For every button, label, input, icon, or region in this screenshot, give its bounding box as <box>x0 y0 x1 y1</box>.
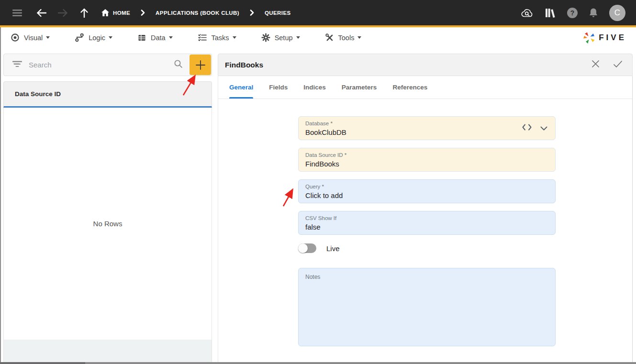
detail-panel-header: FindBooks <box>218 54 633 76</box>
menu-bar: Visual Logic Data Tasks Setup Tools <box>0 27 636 48</box>
help-glyph: ? <box>570 9 575 17</box>
close-icon[interactable] <box>591 60 600 70</box>
horizontal-scrollbar-thumb[interactable] <box>0 362 85 364</box>
database-field[interactable]: Database * BookClubDB <box>298 116 556 140</box>
hamburger-menu-icon[interactable] <box>12 9 22 17</box>
notes-field[interactable]: Notes <box>298 268 556 346</box>
menu-data-label: Data <box>151 34 166 42</box>
five-app-window: HOME APPLICATIONS (BOOK CLUB) QUERIES ? … <box>0 0 636 364</box>
query-field-label: Query * <box>305 183 548 190</box>
notes-field-label: Notes <box>305 274 548 281</box>
tab-indices[interactable]: Indices <box>303 76 326 99</box>
csv-show-if-field[interactable]: CSV Show If false <box>298 211 556 235</box>
five-logo-text: FIVE <box>599 33 626 43</box>
menu-visual[interactable]: Visual <box>11 33 50 42</box>
breadcrumb-home[interactable]: HOME <box>101 9 130 16</box>
menu-setup[interactable]: Setup <box>261 33 300 42</box>
live-toggle-label: Live <box>326 244 340 253</box>
breadcrumb-chevron-icon <box>141 10 145 16</box>
help-icon[interactable]: ? <box>567 8 578 18</box>
menu-setup-label: Setup <box>275 34 293 42</box>
breadcrumb-home-label: HOME <box>113 10 130 16</box>
plus-icon <box>195 60 206 70</box>
menu-logic-label: Logic <box>89 34 105 42</box>
breadcrumb-chevron-icon <box>250 10 254 16</box>
csv-show-if-field-value: false <box>305 223 548 231</box>
search-icon[interactable] <box>174 59 183 70</box>
tools-wrench-icon <box>325 33 334 42</box>
menu-data[interactable]: Data <box>137 33 173 42</box>
dropdown-caret-icon <box>109 36 112 39</box>
dropdown-caret-icon <box>296 36 300 39</box>
database-field-value: BookClubDB <box>305 128 548 136</box>
tabs-bar: General Fields Indices Parameters Refere… <box>218 76 632 99</box>
dropdown-caret-icon <box>357 36 361 39</box>
search-input[interactable] <box>29 61 174 69</box>
detail-panel: FindBooks General Fields Indices Paramet… <box>218 54 633 362</box>
breadcrumb-applications[interactable]: APPLICATIONS (BOOK CLUB) <box>156 10 239 16</box>
search-bar <box>3 54 212 76</box>
live-toggle-knob <box>298 243 308 253</box>
detail-panel-body: General Fields Indices Parameters Refere… <box>218 76 633 362</box>
menu-tools-label: Tools <box>338 34 355 42</box>
menu-visual-label: Visual <box>24 34 43 42</box>
back-arrow-icon[interactable] <box>36 9 47 17</box>
dropdown-caret-icon <box>169 36 173 39</box>
menu-tools[interactable]: Tools <box>325 33 362 42</box>
records-grid: Data Source ID No Rows <box>3 81 212 362</box>
avatar-initial: C <box>614 8 620 18</box>
csv-show-if-field-label: CSV Show If <box>305 215 548 221</box>
visual-eye-icon <box>11 33 20 42</box>
setup-gear-icon <box>261 33 270 42</box>
dropdown-caret-icon <box>233 36 236 39</box>
grid-footer <box>3 340 212 362</box>
menu-logic[interactable]: Logic <box>75 33 112 42</box>
grid-body: No Rows <box>3 108 212 340</box>
grid-column-header[interactable]: Data Source ID <box>3 81 212 108</box>
query-field-value: Click to add <box>305 191 548 199</box>
tab-fields[interactable]: Fields <box>269 76 288 99</box>
menu-tasks[interactable]: Tasks <box>198 33 236 42</box>
tasks-checklist-icon <box>198 33 207 42</box>
panel-actions <box>591 60 623 70</box>
grid-column-header-label: Data Source ID <box>15 90 61 98</box>
five-logo: FIVE <box>583 27 626 48</box>
live-toggle-row: Live <box>298 243 340 254</box>
five-pinwheel-icon <box>583 32 595 44</box>
data-source-id-field[interactable]: Data Source ID * FindBooks <box>298 148 556 172</box>
notifications-bell-icon[interactable] <box>589 8 598 18</box>
code-icon[interactable] <box>522 124 532 132</box>
database-field-label: Database * <box>305 120 548 127</box>
dropdown-caret-icon <box>46 36 50 39</box>
logic-flow-icon <box>75 33 84 42</box>
page-title: FindBooks <box>225 61 591 69</box>
empty-state-text: No Rows <box>93 220 123 228</box>
chevron-down-icon[interactable] <box>540 124 547 132</box>
home-icon <box>101 9 109 16</box>
top-navigation-bar: HOME APPLICATIONS (BOOK CLUB) QUERIES ? … <box>0 0 636 25</box>
forward-arrow-icon[interactable] <box>57 9 68 17</box>
library-books-icon[interactable] <box>545 8 556 18</box>
data-table-icon <box>137 33 146 42</box>
data-source-id-field-value: FindBooks <box>305 160 548 168</box>
live-toggle[interactable] <box>298 243 316 253</box>
tab-references[interactable]: References <box>392 76 427 99</box>
tab-parameters[interactable]: Parameters <box>342 76 377 99</box>
avatar[interactable]: C <box>609 5 625 21</box>
horizontal-scrollbar-track[interactable] <box>0 362 636 364</box>
data-source-id-field-label: Data Source ID * <box>305 152 548 158</box>
topbar-action-icons: ? C <box>521 0 636 25</box>
window-left-edge <box>0 27 1 364</box>
confirm-check-icon[interactable] <box>613 60 623 70</box>
breadcrumb-queries: QUERIES <box>265 10 291 16</box>
tab-general[interactable]: General <box>229 76 253 99</box>
query-field[interactable]: Query * Click to add <box>298 179 556 203</box>
menu-tasks-label: Tasks <box>212 34 229 42</box>
cloud-search-icon[interactable] <box>521 8 534 18</box>
add-record-button[interactable] <box>190 55 211 75</box>
filter-icon[interactable] <box>12 61 22 69</box>
database-field-icons <box>522 117 547 140</box>
up-arrow-icon[interactable] <box>80 8 88 18</box>
